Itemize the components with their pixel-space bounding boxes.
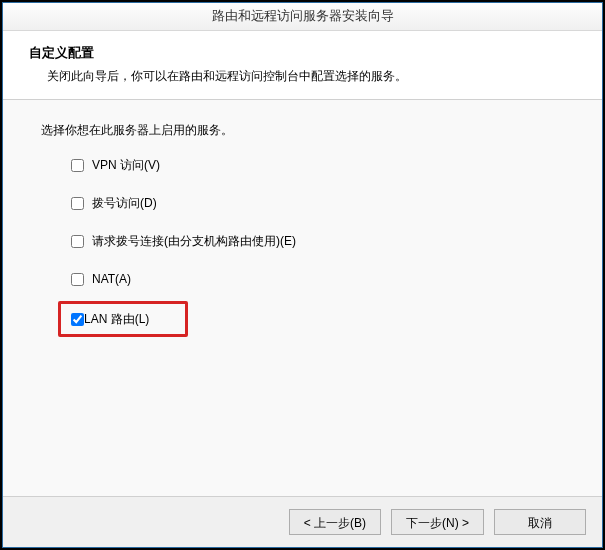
option-demand-dial[interactable]: 请求拨号连接(由分支机构路由使用)(E) — [71, 231, 564, 251]
instruction-text: 选择你想在此服务器上启用的服务。 — [41, 122, 564, 139]
checkbox-demand-dial[interactable] — [71, 235, 84, 248]
highlight-box: LAN 路由(L) — [58, 301, 188, 337]
label-vpn[interactable]: VPN 访问(V) — [92, 157, 160, 174]
cancel-button[interactable]: 取消 — [494, 509, 586, 535]
checkbox-nat[interactable] — [71, 273, 84, 286]
titlebar: 路由和远程访问服务器安装向导 — [3, 3, 602, 31]
label-nat[interactable]: NAT(A) — [92, 272, 131, 286]
checkbox-lan-routing[interactable] — [71, 313, 84, 326]
window-title: 路由和远程访问服务器安装向导 — [212, 8, 394, 25]
checkbox-vpn[interactable] — [71, 159, 84, 172]
option-vpn[interactable]: VPN 访问(V) — [71, 155, 564, 175]
options-group: VPN 访问(V) 拨号访问(D) 请求拨号连接(由分支机构路由使用)(E) N… — [41, 155, 564, 347]
option-nat[interactable]: NAT(A) — [71, 269, 564, 289]
button-bar: < 上一步(B) 下一步(N) > 取消 — [3, 496, 602, 547]
content-area: 选择你想在此服务器上启用的服务。 VPN 访问(V) 拨号访问(D) 请求拨号连… — [3, 100, 602, 496]
label-dialup[interactable]: 拨号访问(D) — [92, 195, 157, 212]
header-title: 自定义配置 — [29, 45, 584, 62]
wizard-window: 路由和远程访问服务器安装向导 自定义配置 关闭此向导后，你可以在路由和远程访问控… — [2, 2, 603, 548]
checkbox-dialup[interactable] — [71, 197, 84, 210]
back-button[interactable]: < 上一步(B) — [289, 509, 381, 535]
next-button[interactable]: 下一步(N) > — [391, 509, 484, 535]
label-demand-dial[interactable]: 请求拨号连接(由分支机构路由使用)(E) — [92, 233, 296, 250]
option-dialup[interactable]: 拨号访问(D) — [71, 193, 564, 213]
label-lan-routing[interactable]: LAN 路由(L) — [84, 311, 149, 328]
wizard-header: 自定义配置 关闭此向导后，你可以在路由和远程访问控制台中配置选择的服务。 — [3, 31, 602, 100]
header-subtitle: 关闭此向导后，你可以在路由和远程访问控制台中配置选择的服务。 — [29, 68, 584, 85]
